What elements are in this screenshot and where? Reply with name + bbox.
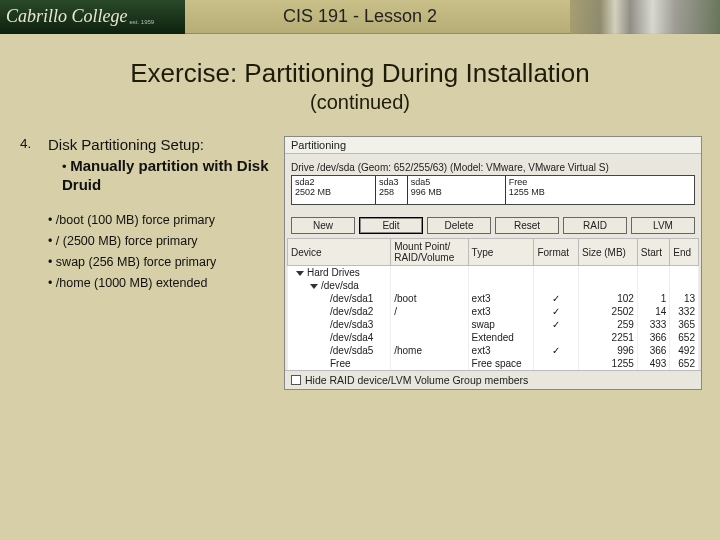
table-row[interactable]: /dev/sda3swap✓259333365 [288, 318, 699, 331]
map-seg-size: 996 MB [411, 187, 502, 197]
map-seg-sda2[interactable]: sda2 2502 MB [292, 176, 376, 204]
cell-mount [391, 318, 468, 331]
cell-mount: / [391, 305, 468, 318]
table-row[interactable]: /dev/sda5/homeext3✓996366492 [288, 344, 699, 357]
cell-type: Extended [468, 331, 534, 344]
map-seg-name: Free [509, 177, 691, 187]
col-mount[interactable]: Mount Point/ RAID/Volume [391, 239, 468, 266]
table-row[interactable]: FreeFree space1255493652 [288, 357, 699, 370]
header-photo [570, 0, 720, 34]
cell-size: 2251 [579, 331, 638, 344]
table-row[interactable]: /dev/sda4Extended2251366652 [288, 331, 699, 344]
list-item: /boot (100 MB) force primary [48, 213, 280, 227]
col-end[interactable]: End [670, 239, 699, 266]
cell-format [534, 331, 579, 344]
map-seg-sda5[interactable]: sda5 996 MB [408, 176, 506, 204]
cell-size: 259 [579, 318, 638, 331]
table-row[interactable]: Hard Drives [288, 266, 699, 280]
cell-size: 102 [579, 292, 638, 305]
cell-mount [391, 357, 468, 370]
cell-size [579, 266, 638, 280]
edit-button[interactable]: Edit [359, 217, 423, 234]
cell-end: 492 [670, 344, 699, 357]
table-row[interactable]: /dev/sda2/ext3✓250214332 [288, 305, 699, 318]
cell-end [670, 279, 699, 292]
cell-start [637, 266, 669, 280]
cell-device: /dev/sda1 [330, 293, 373, 304]
cell-format [534, 266, 579, 280]
cell-type: ext3 [468, 305, 534, 318]
cell-size [579, 279, 638, 292]
cell-size: 1255 [579, 357, 638, 370]
partition-map: sda2 2502 MB sda3 258 sda5 996 MB Free 1… [291, 175, 695, 205]
list-item: /home (1000 MB) extended [48, 276, 280, 290]
cell-end [670, 266, 699, 280]
cell-start: 333 [637, 318, 669, 331]
col-start[interactable]: Start [637, 239, 669, 266]
reset-button[interactable]: Reset [495, 217, 559, 234]
hide-raid-label: Hide RAID device/LVM Volume Group member… [305, 374, 528, 386]
cell-format: ✓ [534, 305, 579, 318]
content-row: 4. Disk Partitioning Setup: Manually par… [0, 136, 720, 390]
triangle-icon[interactable] [310, 284, 318, 289]
cell-start: 14 [637, 305, 669, 318]
cell-start: 366 [637, 344, 669, 357]
partition-window: Partitioning Drive /dev/sda (Geom: 652/2… [284, 136, 702, 390]
cell-device: Hard Drives [307, 267, 360, 278]
check-icon: ✓ [552, 293, 560, 304]
cell-device: /dev/sda5 [330, 345, 373, 356]
step-heading: Disk Partitioning Setup: [48, 136, 280, 153]
cell-type: swap [468, 318, 534, 331]
map-seg-sda3[interactable]: sda3 258 [376, 176, 408, 204]
check-icon: ✓ [552, 345, 560, 356]
col-format[interactable]: Format [534, 239, 579, 266]
cell-end: 365 [670, 318, 699, 331]
map-seg-free[interactable]: Free 1255 MB [506, 176, 694, 204]
cell-format: ✓ [534, 344, 579, 357]
raid-button[interactable]: RAID [563, 217, 627, 234]
cell-start: 1 [637, 292, 669, 305]
left-column: 4. Disk Partitioning Setup: Manually par… [20, 136, 280, 390]
hide-raid-checkbox[interactable] [291, 375, 301, 385]
cell-type: ext3 [468, 292, 534, 305]
cell-mount [391, 266, 468, 280]
new-button[interactable]: New [291, 217, 355, 234]
list-item: / (2500 MB) force primary [48, 234, 280, 248]
delete-button[interactable]: Delete [427, 217, 491, 234]
col-device[interactable]: Device [288, 239, 391, 266]
slide-title: Exercise: Partitioning During Installati… [0, 58, 720, 89]
cell-format [534, 357, 579, 370]
cell-type: ext3 [468, 344, 534, 357]
triangle-icon[interactable] [296, 271, 304, 276]
cell-format: ✓ [534, 292, 579, 305]
col-type[interactable]: Type [468, 239, 534, 266]
drive-label: Drive /dev/sda (Geom: 652/255/63) (Model… [291, 162, 695, 173]
table-row[interactable]: /dev/sda1/bootext3✓102113 [288, 292, 699, 305]
cell-size: 2502 [579, 305, 638, 318]
cell-device: /dev/sda4 [330, 332, 373, 343]
table-row[interactable]: /dev/sda [288, 279, 699, 292]
cell-end: 13 [670, 292, 699, 305]
footer-checkbox-row: Hide RAID device/LVM Volume Group member… [285, 370, 701, 389]
window-title: Partitioning [285, 137, 701, 154]
cell-size: 996 [579, 344, 638, 357]
cell-mount: /home [391, 344, 468, 357]
map-seg-size: 2502 MB [295, 187, 372, 197]
cell-end: 652 [670, 357, 699, 370]
slide-subtitle: (continued) [0, 91, 720, 114]
map-seg-name: sda2 [295, 177, 372, 187]
cell-format [534, 279, 579, 292]
list-item: swap (256 MB) force primary [48, 255, 280, 269]
cell-device: /dev/sda2 [330, 306, 373, 317]
lvm-button[interactable]: LVM [631, 217, 695, 234]
step-number: 4. [20, 136, 31, 151]
cell-start: 366 [637, 331, 669, 344]
partition-instruction-list: /boot (100 MB) force primary / (2500 MB)… [48, 213, 280, 290]
cell-end: 332 [670, 305, 699, 318]
map-seg-name: sda3 [379, 177, 404, 187]
partition-table: Device Mount Point/ RAID/Volume Type For… [287, 238, 699, 370]
cell-type: Free space [468, 357, 534, 370]
check-icon: ✓ [552, 306, 560, 317]
cell-format: ✓ [534, 318, 579, 331]
col-size[interactable]: Size (MB) [579, 239, 638, 266]
